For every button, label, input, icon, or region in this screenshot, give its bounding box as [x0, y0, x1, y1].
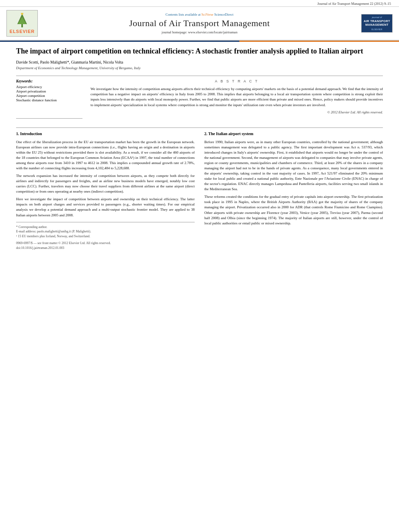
corresponding-note: * Corresponding author.	[16, 225, 195, 230]
keywords-column: Keywords: Airport efficiency Airport pri…	[16, 79, 82, 122]
divider-line	[16, 76, 383, 76]
keywords-title: Keywords:	[16, 79, 82, 83]
email-note: E-mail address: paolo.malighetti@unibg.i…	[16, 229, 195, 234]
elsevier-text: ELSEVIER	[10, 29, 35, 34]
sciverse-link: Contents lists available at SciVerse Sci…	[43, 12, 356, 16]
abstract-label: A B S T R A C T	[90, 79, 383, 83]
kw-divider	[16, 118, 82, 119]
abstract-text: We investigate how the intensity of comp…	[90, 86, 383, 107]
journal-title: Journal of Air Transport Management	[43, 18, 356, 29]
intro-para-2: The network expansion has increased the …	[16, 173, 195, 194]
authors: Davide Scotti, Paolo Malighetti*, Gianma…	[16, 60, 383, 64]
keyword-item: Airport competition	[16, 94, 82, 98]
keyword-item: Airport privatization	[16, 89, 82, 93]
svg-point-3	[21, 13, 23, 15]
abstract-copyright: © 2012 Elsevier Ltd. All rights reserved…	[90, 110, 383, 114]
section-divider	[16, 127, 383, 128]
page-footer: * Corresponding author. E-mail address: …	[16, 222, 195, 251]
keywords-list: Airport efficiency Airport privatization…	[16, 85, 82, 102]
italian-system-heading: 2. The Italian airport system	[204, 131, 383, 137]
keyword-item: Airport efficiency	[16, 85, 82, 89]
journal-logo-box: journal of AIR TRANSPORTMANAGEMENT ELSEV…	[361, 14, 393, 33]
article-body: The impact of airport competition on tec…	[0, 42, 399, 259]
italian-system-para-1: Before 1990, Italian airports were, as i…	[204, 140, 383, 192]
article-title: The impact of airport competition on tec…	[16, 47, 383, 56]
intro-para-1: One effect of the liberalization process…	[16, 140, 195, 171]
journal-logo-container: journal of AIR TRANSPORTMANAGEMENT ELSEV…	[360, 14, 393, 33]
issn-note: 0969-6997/$ — see front matter © 2012 El…	[16, 241, 195, 246]
doi-note: doi:10.1016/j.jairtraman.2012.01.003	[16, 246, 195, 251]
journal-homepage: journal homepage: www.elsevier.com/locat…	[43, 30, 356, 34]
intro-heading: 1. Introduction	[16, 131, 195, 137]
keyword-item: Stochastic distance function	[16, 98, 82, 102]
italian-system-para-2: These reforms created the conditions for…	[204, 194, 383, 226]
footnote1-note: ¹ 15 EU members plus Iceland, Norway, an…	[16, 234, 195, 239]
journal-logo-title: AIR TRANSPORTMANAGEMENT	[363, 19, 391, 27]
abstract-column: A B S T R A C T We investigate how the i…	[90, 79, 383, 122]
header-center: Contents lists available at SciVerse Sci…	[43, 12, 356, 34]
introduction-column: 1. Introduction One effect of the libera…	[16, 131, 195, 250]
italian-system-column: 2. The Italian airport system Before 199…	[204, 131, 383, 250]
journal-header: ELSEVIER Contents lists available at Sci…	[0, 7, 399, 41]
affiliation: Department of Economics and Technology M…	[16, 66, 383, 70]
abstract-section: Keywords: Airport efficiency Airport pri…	[16, 79, 383, 122]
journal-ref-text: Journal of Air Transport Management 22 (…	[317, 2, 391, 6]
journal-reference-bar: Journal of Air Transport Management 22 (…	[0, 0, 399, 7]
intro-para-3: Here we investigate the impact of compet…	[16, 197, 195, 218]
elsevier-tree-icon	[14, 13, 30, 29]
svg-rect-0	[21, 24, 23, 27]
main-content-columns: 1. Introduction One effect of the libera…	[16, 131, 383, 250]
elsevier-box: ELSEVIER	[6, 10, 38, 37]
elsevier-logo-container: ELSEVIER	[6, 10, 39, 37]
